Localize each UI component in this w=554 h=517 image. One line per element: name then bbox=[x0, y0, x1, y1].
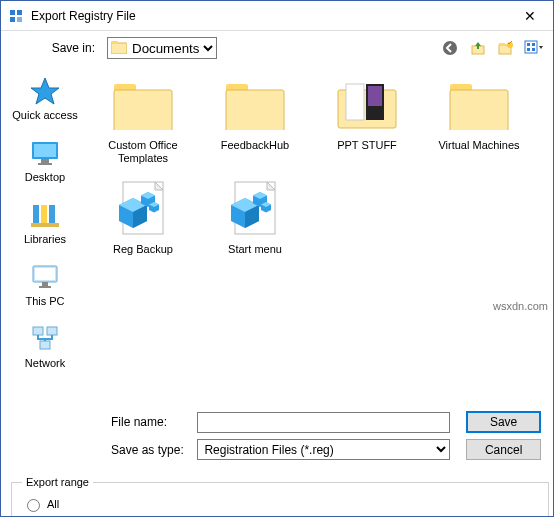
sidebar-label: This PC bbox=[5, 295, 85, 307]
svg-rect-1 bbox=[10, 17, 15, 22]
sidebar-item-network[interactable]: Network bbox=[5, 319, 85, 377]
radio-all-label: All bbox=[47, 498, 59, 510]
svg-rect-40 bbox=[450, 90, 508, 130]
file-label: Reg Backup bbox=[95, 243, 191, 269]
sidebar-item-desktop[interactable]: Desktop bbox=[5, 133, 85, 191]
svg-rect-5 bbox=[111, 41, 118, 44]
export-range-legend: Export range bbox=[22, 476, 93, 488]
svg-rect-13 bbox=[532, 43, 535, 46]
folder-icon bbox=[431, 73, 527, 137]
documents-icon bbox=[111, 40, 127, 57]
libraries-icon bbox=[29, 199, 61, 231]
svg-rect-9 bbox=[499, 43, 505, 46]
svg-rect-4 bbox=[111, 43, 127, 54]
desktop-icon bbox=[29, 137, 61, 169]
svg-rect-21 bbox=[41, 205, 47, 225]
file-item-folder[interactable]: FeedbackHub bbox=[207, 69, 303, 169]
svg-rect-36 bbox=[346, 84, 364, 120]
svg-rect-2 bbox=[17, 10, 22, 15]
file-list[interactable]: Custom Office Templates FeedbackHub PPT … bbox=[89, 65, 553, 405]
save-in-label: Save in: bbox=[1, 41, 101, 55]
svg-rect-17 bbox=[34, 144, 56, 157]
svg-rect-19 bbox=[38, 163, 52, 165]
back-button[interactable] bbox=[439, 37, 461, 59]
quick-access-icon bbox=[29, 75, 61, 107]
file-label: Start menu bbox=[207, 243, 303, 269]
svg-rect-30 bbox=[40, 341, 50, 349]
reg-file-icon bbox=[207, 177, 303, 241]
places-sidebar: Quick access Desktop Libraries This PC N… bbox=[1, 65, 89, 405]
file-label: FeedbackHub bbox=[207, 139, 303, 165]
new-folder-button[interactable] bbox=[495, 37, 517, 59]
file-item-reg[interactable]: Start menu bbox=[207, 173, 303, 273]
file-name-input[interactable] bbox=[197, 412, 450, 433]
svg-rect-14 bbox=[527, 48, 530, 51]
file-label: PPT STUFF bbox=[319, 139, 415, 165]
svg-rect-0 bbox=[10, 10, 15, 15]
file-item-folder[interactable]: Virtual Machines bbox=[431, 69, 527, 169]
save-as-type-label: Save as type: bbox=[111, 443, 189, 457]
svg-rect-23 bbox=[31, 223, 59, 227]
network-icon bbox=[29, 323, 61, 355]
svg-rect-27 bbox=[39, 286, 51, 288]
file-label: Custom Office Templates bbox=[95, 139, 191, 165]
sidebar-item-quick-access[interactable]: Quick access bbox=[5, 71, 85, 129]
save-button[interactable]: Save bbox=[466, 411, 541, 433]
file-label: Virtual Machines bbox=[431, 139, 527, 165]
svg-rect-26 bbox=[42, 282, 48, 286]
sidebar-item-libraries[interactable]: Libraries bbox=[5, 195, 85, 253]
sidebar-label: Desktop bbox=[5, 171, 85, 183]
radio-all[interactable] bbox=[27, 499, 40, 512]
cancel-button[interactable]: Cancel bbox=[466, 439, 541, 460]
sidebar-label: Quick access bbox=[5, 109, 85, 121]
reg-file-icon bbox=[95, 177, 191, 241]
file-item-folder[interactable]: Custom Office Templates bbox=[95, 69, 191, 169]
svg-rect-3 bbox=[17, 17, 22, 22]
svg-rect-32 bbox=[114, 90, 172, 130]
svg-rect-25 bbox=[35, 268, 55, 280]
this-pc-icon bbox=[29, 261, 61, 293]
svg-rect-28 bbox=[33, 327, 43, 335]
close-button[interactable]: ✕ bbox=[507, 1, 553, 31]
export-range-group: Export range All Selected branch bbox=[11, 476, 549, 517]
file-item-reg[interactable]: Reg Backup bbox=[95, 173, 191, 273]
svg-rect-15 bbox=[532, 48, 535, 51]
svg-rect-38 bbox=[368, 86, 382, 106]
folder-preview-icon bbox=[319, 73, 415, 137]
save-as-type-dropdown[interactable]: Registration Files (*.reg) bbox=[197, 439, 450, 460]
title-bar: Export Registry File ✕ bbox=[1, 1, 553, 31]
svg-rect-12 bbox=[527, 43, 530, 46]
svg-rect-22 bbox=[49, 205, 55, 225]
view-menu-button[interactable] bbox=[523, 37, 545, 59]
sidebar-item-this-pc[interactable]: This PC bbox=[5, 257, 85, 315]
svg-rect-29 bbox=[47, 327, 57, 335]
export-range-all[interactable]: All bbox=[22, 496, 538, 512]
save-fields: File name: Save Save as type: Registrati… bbox=[101, 405, 553, 470]
folder-icon bbox=[207, 73, 303, 137]
folder-icon bbox=[95, 73, 191, 137]
file-item-folder[interactable]: PPT STUFF bbox=[319, 69, 415, 169]
svg-rect-18 bbox=[41, 159, 49, 163]
svg-point-6 bbox=[443, 41, 457, 55]
watermark: wsxdn.com bbox=[493, 300, 548, 312]
up-one-level-button[interactable] bbox=[467, 37, 489, 59]
svg-rect-11 bbox=[525, 41, 537, 53]
regedit-icon bbox=[9, 8, 25, 24]
sidebar-label: Network bbox=[5, 357, 85, 369]
sidebar-label: Libraries bbox=[5, 233, 85, 245]
svg-rect-20 bbox=[33, 205, 39, 225]
file-name-label: File name: bbox=[111, 415, 189, 429]
window-title: Export Registry File bbox=[31, 9, 507, 23]
svg-rect-34 bbox=[226, 90, 284, 130]
location-toolbar: Save in: Documents bbox=[1, 31, 553, 65]
